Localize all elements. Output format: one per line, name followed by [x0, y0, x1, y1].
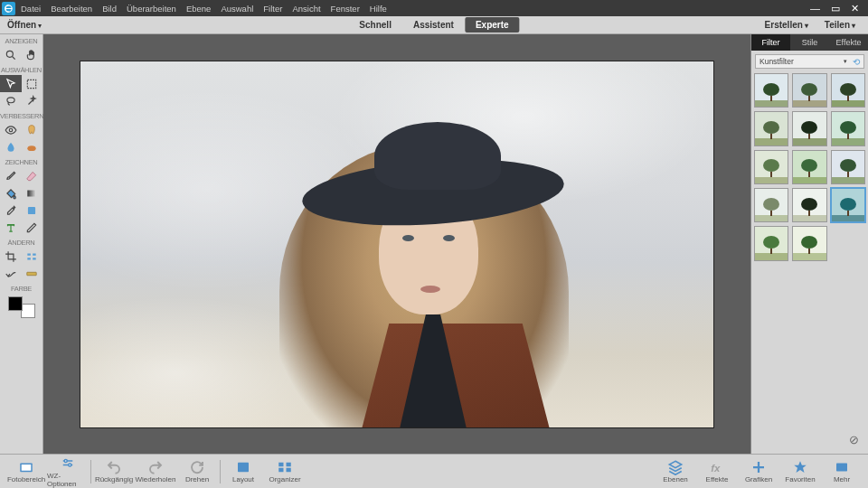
menu-ueberarbeiten[interactable]: Überarbeiten — [127, 4, 176, 14]
teeth-tool[interactable] — [22, 121, 43, 138]
background-color[interactable] — [21, 304, 35, 318]
filter-thumbnail-grid — [751, 70, 868, 264]
svg-point-11 — [64, 459, 67, 462]
effects-button[interactable]: fxEffekte — [696, 455, 738, 488]
svg-rect-19 — [836, 464, 847, 472]
rotate-button[interactable]: Drehen — [176, 455, 218, 488]
filter-thumb-12[interactable] — [754, 226, 788, 260]
tab-filter[interactable]: Filter — [751, 34, 790, 51]
menu-bearbeiten[interactable]: Bearbeiten — [51, 4, 92, 14]
move-tool[interactable] — [0, 75, 22, 92]
share-button[interactable]: Teilen▾ — [817, 18, 863, 32]
mode-assistent[interactable]: Assistent — [402, 17, 465, 33]
svg-point-4 — [9, 128, 13, 132]
more-button[interactable]: Mehr — [821, 455, 863, 488]
redo-button[interactable]: Wiederholen — [135, 455, 176, 488]
mode-schnell[interactable]: Schnell — [348, 17, 402, 33]
filter-thumb-10[interactable] — [792, 188, 826, 222]
favorites-button[interactable]: Favoriten — [779, 455, 821, 488]
shape-tool[interactable] — [22, 202, 43, 219]
layout-button[interactable]: Layout — [222, 455, 264, 488]
svg-rect-6 — [28, 190, 36, 196]
filter-thumb-0[interactable] — [754, 73, 788, 108]
filter-thumb-7[interactable] — [792, 150, 826, 184]
filter-thumb-1[interactable] — [792, 73, 826, 108]
photo-bin-button[interactable]: Fotobereich — [5, 455, 47, 488]
undo-button[interactable]: Rückgängig — [93, 455, 135, 488]
toolbox-section-draw: ZEICHNEN — [0, 155, 42, 167]
filter-thumb-9[interactable] — [754, 188, 788, 222]
filter-thumb-3[interactable] — [754, 111, 788, 145]
zoom-tool[interactable] — [0, 46, 22, 63]
graphics-button[interactable]: Grafiken — [738, 455, 779, 488]
filter-thumb-2[interactable] — [831, 73, 865, 108]
svg-rect-17 — [287, 468, 291, 473]
wand-tool[interactable] — [22, 92, 43, 109]
tab-stile[interactable]: Stile — [790, 34, 829, 51]
menu-fenster[interactable]: Fenster — [331, 4, 360, 14]
tab-effekte[interactable]: Effekte — [829, 34, 868, 51]
svg-rect-10 — [22, 465, 32, 471]
menu-datei[interactable]: Datei — [21, 4, 41, 14]
svg-rect-16 — [278, 468, 283, 473]
menu-bar: Datei Bearbeiten Bild Überarbeiten Ebene… — [0, 0, 868, 16]
foreground-color[interactable] — [8, 296, 23, 311]
minimize-icon[interactable]: — — [810, 3, 820, 14]
open-button[interactable]: Öffnen▾ — [7, 20, 42, 30]
bucket-tool[interactable] — [0, 184, 22, 202]
maximize-icon[interactable]: ▭ — [831, 3, 840, 14]
filter-thumb-6[interactable] — [754, 150, 788, 184]
straighten-tool[interactable] — [22, 265, 43, 282]
menu-filter[interactable]: Filter — [263, 4, 282, 14]
blur-tool[interactable] — [0, 138, 22, 155]
eye-tool[interactable] — [0, 121, 22, 138]
organizer-button[interactable]: Organizer — [264, 455, 306, 488]
app-logo — [2, 2, 15, 15]
svg-rect-14 — [278, 463, 283, 467]
move-content-tool[interactable] — [0, 265, 22, 282]
menu-ansicht[interactable]: Ansicht — [292, 4, 320, 14]
svg-point-12 — [69, 464, 71, 466]
menu-auswahl[interactable]: Auswahl — [221, 4, 253, 14]
canvas-area — [43, 34, 750, 454]
filter-category-dropdown[interactable]: Kunstfilter▾⟲ — [755, 54, 864, 69]
eraser-tool[interactable] — [22, 167, 43, 184]
forbidden-icon: ⊘ — [849, 433, 868, 454]
svg-rect-2 — [28, 80, 36, 88]
filter-thumb-11[interactable] — [831, 188, 865, 222]
menu-bild[interactable]: Bild — [102, 4, 117, 14]
create-button[interactable]: Erstellen▾ — [758, 18, 816, 32]
action-bar: Öffnen▾ Schnell Assistent Experte Erstel… — [0, 16, 868, 34]
type-tool[interactable] — [0, 219, 22, 236]
tool-options-button[interactable]: WZ-Optionen — [47, 455, 89, 488]
svg-rect-15 — [287, 463, 291, 467]
recompose-tool[interactable] — [22, 248, 43, 265]
hand-tool[interactable] — [22, 46, 43, 63]
mode-experte[interactable]: Experte — [465, 17, 520, 33]
marquee-tool[interactable] — [22, 75, 43, 92]
menu-ebene[interactable]: Ebene — [186, 4, 211, 14]
eyedrop-tool[interactable] — [0, 202, 22, 219]
filter-thumb-4[interactable] — [792, 111, 826, 145]
brush-tool[interactable] — [0, 167, 22, 184]
pencil-tool[interactable] — [22, 219, 43, 236]
filter-thumb-5[interactable] — [831, 111, 865, 145]
effects-panel: Filter Stile Effekte Kunstfilter▾⟲ ⊘ — [750, 34, 868, 454]
reset-icon[interactable]: ⟲ — [853, 57, 860, 67]
crop-tool[interactable] — [0, 248, 22, 265]
gradient-tool[interactable] — [22, 184, 43, 202]
toolbox-section-modify: ÄNDERN — [0, 236, 42, 248]
svg-rect-13 — [238, 463, 249, 473]
svg-text:fx: fx — [711, 463, 721, 474]
svg-rect-8 — [27, 272, 37, 276]
sponge-tool[interactable] — [22, 138, 43, 155]
menu-hilfe[interactable]: Hilfe — [370, 4, 387, 14]
filter-thumb-8[interactable] — [831, 150, 865, 184]
lasso-tool[interactable] — [0, 92, 22, 109]
color-swatch[interactable] — [8, 296, 35, 318]
toolbox-section-color: FARBE — [0, 282, 42, 294]
filter-thumb-13[interactable] — [792, 226, 826, 260]
layers-button[interactable]: Ebenen — [655, 455, 696, 488]
close-icon[interactable]: ✕ — [851, 3, 859, 14]
document-canvas[interactable] — [80, 61, 713, 427]
